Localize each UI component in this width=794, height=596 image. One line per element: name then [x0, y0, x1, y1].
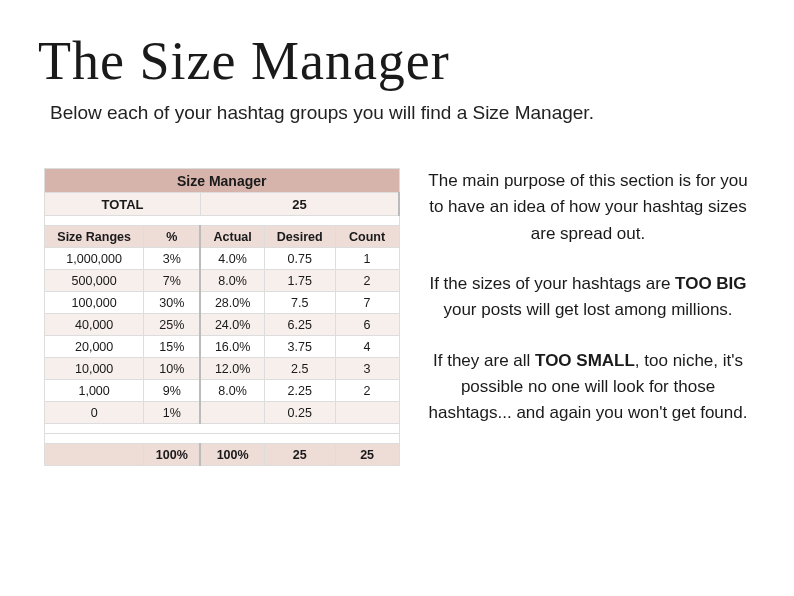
size-manager-table: Size Manager TOTAL 25 Size Ranges % Actu…: [44, 168, 400, 466]
table-title: Size Manager: [45, 169, 400, 193]
cell-count: 2: [335, 380, 399, 402]
p3-bold: TOO SMALL: [535, 351, 635, 370]
cell-pct: 25%: [144, 314, 201, 336]
cell-actual: 4.0%: [200, 248, 264, 270]
cell-pct: 30%: [144, 292, 201, 314]
cell-count: 4: [335, 336, 399, 358]
col-percent: %: [144, 226, 201, 248]
footer-blank: [45, 444, 144, 466]
cell-pct: 3%: [144, 248, 201, 270]
page-subtitle: Below each of your hashtag groups you wi…: [50, 102, 750, 124]
cell-actual: 12.0%: [200, 358, 264, 380]
cell-actual: 8.0%: [200, 380, 264, 402]
table-row: 01%0.25: [45, 402, 400, 424]
table-row: 1,0009%8.0%2.252: [45, 380, 400, 402]
total-label: TOTAL: [45, 193, 201, 216]
col-size-ranges: Size Ranges: [45, 226, 144, 248]
cell-size: 40,000: [45, 314, 144, 336]
cell-desired: 1.75: [264, 270, 335, 292]
spacer: [45, 216, 400, 226]
cell-size: 1,000,000: [45, 248, 144, 270]
footer-pct: 100%: [144, 444, 201, 466]
cell-actual: 24.0%: [200, 314, 264, 336]
table-row: 100,00030%28.0%7.57: [45, 292, 400, 314]
table-container: Size Manager TOTAL 25 Size Ranges % Actu…: [44, 168, 400, 466]
page-title: The Size Manager: [38, 30, 750, 92]
table-row: 500,0007%8.0%1.752: [45, 270, 400, 292]
table-row: 10,00010%12.0%2.53: [45, 358, 400, 380]
cell-size: 500,000: [45, 270, 144, 292]
cell-count: 7: [335, 292, 399, 314]
cell-actual: [200, 402, 264, 424]
col-count: Count: [335, 226, 399, 248]
cell-count: 6: [335, 314, 399, 336]
table-row: 1,000,0003%4.0%0.751: [45, 248, 400, 270]
table-row: 20,00015%16.0%3.754: [45, 336, 400, 358]
content-area: Size Manager TOTAL 25 Size Ranges % Actu…: [44, 168, 750, 466]
spacer: [45, 434, 400, 444]
cell-size: 100,000: [45, 292, 144, 314]
cell-desired: 0.25: [264, 402, 335, 424]
table-row: 40,00025%24.0%6.256: [45, 314, 400, 336]
paragraph-3: If they are all TOO SMALL, too niche, it…: [426, 348, 750, 427]
footer-desired: 25: [264, 444, 335, 466]
cell-count: 3: [335, 358, 399, 380]
cell-pct: 15%: [144, 336, 201, 358]
cell-pct: 10%: [144, 358, 201, 380]
p3-text-a: If they are all: [433, 351, 535, 370]
cell-desired: 3.75: [264, 336, 335, 358]
cell-desired: 7.5: [264, 292, 335, 314]
cell-count: 2: [335, 270, 399, 292]
cell-size: 20,000: [45, 336, 144, 358]
cell-actual: 28.0%: [200, 292, 264, 314]
cell-actual: 8.0%: [200, 270, 264, 292]
p2-text-c: your posts will get lost among millions.: [443, 300, 732, 319]
description-text: The main purpose of this section is for …: [426, 168, 750, 466]
total-value: 25: [200, 193, 399, 216]
cell-size: 10,000: [45, 358, 144, 380]
footer-count: 25: [335, 444, 399, 466]
cell-size: 0: [45, 402, 144, 424]
p2-text-a: If the sizes of your hashtags are: [429, 274, 675, 293]
cell-size: 1,000: [45, 380, 144, 402]
paragraph-2: If the sizes of your hashtags are TOO BI…: [426, 271, 750, 324]
p2-bold: TOO BIG: [675, 274, 746, 293]
spacer: [45, 424, 400, 434]
cell-pct: 7%: [144, 270, 201, 292]
col-actual: Actual: [200, 226, 264, 248]
footer-actual: 100%: [200, 444, 264, 466]
cell-desired: 6.25: [264, 314, 335, 336]
cell-actual: 16.0%: [200, 336, 264, 358]
cell-count: 1: [335, 248, 399, 270]
col-desired: Desired: [264, 226, 335, 248]
cell-pct: 1%: [144, 402, 201, 424]
cell-pct: 9%: [144, 380, 201, 402]
cell-desired: 2.5: [264, 358, 335, 380]
cell-desired: 0.75: [264, 248, 335, 270]
paragraph-1: The main purpose of this section is for …: [426, 168, 750, 247]
cell-count: [335, 402, 399, 424]
cell-desired: 2.25: [264, 380, 335, 402]
